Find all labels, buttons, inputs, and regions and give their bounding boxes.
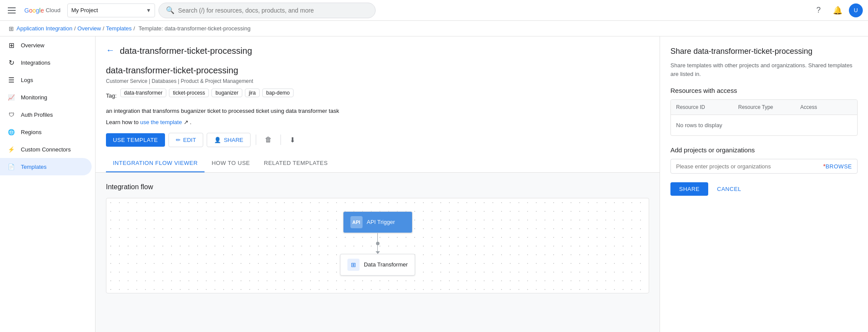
flow-nodes: API API Trigger: [106, 198, 649, 289]
flow-connector-wrap: [376, 233, 380, 254]
main-content: ← data-transformer-ticket-processing dat…: [96, 36, 660, 332]
sidebar-item-monitoring[interactable]: 📈 Monitoring: [0, 89, 92, 106]
project-selector[interactable]: ▼: [67, 3, 155, 17]
monitoring-icon: 📈: [7, 93, 16, 102]
download-button[interactable]: ⬇: [286, 132, 299, 148]
cancel-button[interactable]: CANCEL: [715, 182, 743, 196]
sidebar-item-label-templates: Templates: [21, 164, 46, 170]
sidebar-item-integrations[interactable]: ↻ Integrations: [0, 54, 92, 71]
sidebar-item-label-integrations: Integrations: [21, 59, 50, 66]
tabs-bar: INTEGRATION FLOW VIEWER HOW TO USE RELAT…: [96, 154, 660, 173]
overview-icon: ⊞: [7, 41, 16, 49]
templates-icon: 📄: [7, 162, 16, 171]
use-template-button[interactable]: USE TEMPLATE: [106, 133, 165, 147]
data-transformer-label: Data Transformer: [364, 261, 408, 268]
col-access: Access: [795, 100, 857, 115]
sidebar-item-label-connectors: Custom Connectors: [21, 146, 71, 153]
sidebar-item-custom-connectors[interactable]: ⚡ Custom Connectors: [0, 141, 92, 158]
breadcrumb-current: Template: data-transformer-ticket-proces…: [139, 25, 251, 32]
integrations-icon: ↻: [7, 58, 16, 67]
menu-button[interactable]: [5, 3, 21, 18]
tags-list: data-transformer ticket-process buganize…: [120, 89, 294, 97]
browse-button[interactable]: BROWSE: [825, 163, 852, 170]
data-transformer-node[interactable]: ⊞ Data Transformer: [340, 254, 415, 276]
sidebar-item-label-overview: Overview: [21, 42, 44, 49]
template-categories: Customer Service | Databases | Product &…: [106, 78, 649, 84]
share-submit-button[interactable]: SHARE: [670, 182, 708, 196]
search-input[interactable]: [178, 7, 368, 14]
tab-related-templates[interactable]: RELATED TEMPLATES: [257, 154, 335, 172]
project-input[interactable]: [71, 7, 144, 13]
breadcrumb-overview[interactable]: Overview: [77, 25, 101, 32]
sidebar-item-regions[interactable]: 🌐 Regions: [0, 123, 92, 141]
tag-3: jira: [245, 89, 260, 97]
content-area: ← data-transformer-ticket-processing dat…: [96, 36, 868, 332]
flow-title: Integration flow: [106, 183, 649, 191]
tag-label: Tag:: [106, 92, 117, 99]
resources-table: Resource ID Resource Type Access No rows…: [670, 99, 858, 136]
search-bar: 🔍: [158, 3, 376, 18]
share-panel-desc: Share templates with other projects and …: [670, 61, 858, 78]
connector-dot: [376, 242, 380, 245]
sidebar-item-overview[interactable]: ⊞ Overview: [0, 36, 92, 54]
help-button[interactable]: ?: [811, 3, 826, 18]
template-actions: USE TEMPLATE ✏ EDIT 👤 SHARE 🗑 ⬇: [96, 132, 660, 154]
resources-section-title: Resources with access: [670, 87, 858, 94]
connectors-icon: ⚡: [7, 145, 16, 154]
main-layout: ⊞ Overview ↻ Integrations ☰ Logs 📈 Monit…: [0, 36, 868, 332]
breadcrumb-templates[interactable]: Templates: [106, 25, 132, 32]
auth-icon: 🛡: [7, 110, 16, 119]
divider-2: [281, 135, 281, 145]
edit-button[interactable]: ✏ EDIT: [168, 133, 204, 147]
use-template-link[interactable]: use the template: [140, 119, 182, 125]
avatar[interactable]: U: [849, 3, 863, 17]
breadcrumb-sep-1: /: [74, 25, 76, 32]
learn-more-text: Learn how to use the template ↗ .: [106, 119, 649, 125]
back-button[interactable]: ←: [106, 45, 115, 55]
share-panel-title: Share data-transformer-ticket-processing: [670, 47, 858, 56]
sidebar-item-label-logs: Logs: [21, 77, 33, 83]
share-actions: SHARE CANCEL: [670, 182, 858, 196]
tab-how-to-use[interactable]: HOW TO USE: [205, 154, 257, 172]
delete-button[interactable]: 🗑: [261, 132, 275, 147]
template-detail: ← data-transformer-ticket-processing dat…: [96, 36, 660, 304]
breadcrumb-app-integration[interactable]: Application Integration: [17, 25, 73, 32]
col-resource-type: Resource Type: [733, 100, 795, 115]
sidebar: ⊞ Overview ↻ Integrations ☰ Logs 📈 Monit…: [0, 36, 96, 332]
share-button[interactable]: 👤 SHARE: [207, 133, 251, 147]
google-cloud-logo: Google Cloud: [24, 7, 60, 14]
flow-canvas: API API Trigger: [106, 198, 649, 293]
tag-0: data-transformer: [120, 89, 167, 97]
sidebar-item-auth-profiles[interactable]: 🛡 Auth Profiles: [0, 106, 92, 123]
add-input-row: * BROWSE: [670, 159, 858, 174]
connector-line-bottom: [377, 245, 378, 254]
regions-icon: 🌐: [7, 128, 16, 136]
breadcrumb-icon: ⊞: [9, 25, 14, 32]
sidebar-item-label-monitoring: Monitoring: [21, 94, 47, 101]
topbar-right: ? 🔔 U: [811, 3, 863, 18]
col-resource-id: Resource ID: [671, 100, 733, 115]
template-header: ← data-transformer-ticket-processing dat…: [96, 36, 660, 125]
resources-table-body: No rows to display: [671, 115, 857, 135]
chevron-down-icon: ▼: [146, 7, 151, 13]
add-section-title: Add projects or organizations: [670, 146, 858, 154]
hamburger-icon: [8, 5, 18, 16]
tab-integration-flow-viewer[interactable]: INTEGRATION FLOW VIEWER: [106, 154, 205, 172]
tag-2: buganizer: [211, 89, 242, 97]
sidebar-item-logs[interactable]: ☰ Logs: [0, 71, 92, 89]
notifications-button[interactable]: 🔔: [830, 3, 845, 18]
template-subtitle: data-transformer-ticket-processing: [106, 66, 649, 76]
resources-table-header: Resource ID Resource Type Access: [671, 100, 857, 115]
sidebar-item-templates[interactable]: 📄 Templates: [0, 158, 92, 175]
share-icon: 👤: [214, 137, 221, 143]
flow-area: Integration flow API API Trigger: [96, 173, 660, 304]
api-trigger-label: API Trigger: [367, 219, 395, 225]
projects-org-input[interactable]: [676, 163, 822, 170]
api-node-icon: API: [350, 216, 363, 228]
no-rows-text: No rows to display: [676, 122, 722, 128]
connector-line-top: [377, 233, 378, 242]
tag-4: bap-demo: [262, 89, 294, 97]
learn-more-suffix: ↗ .: [184, 119, 191, 125]
api-trigger-node[interactable]: API API Trigger: [343, 211, 413, 233]
sidebar-item-label-auth: Auth Profiles: [21, 112, 53, 118]
